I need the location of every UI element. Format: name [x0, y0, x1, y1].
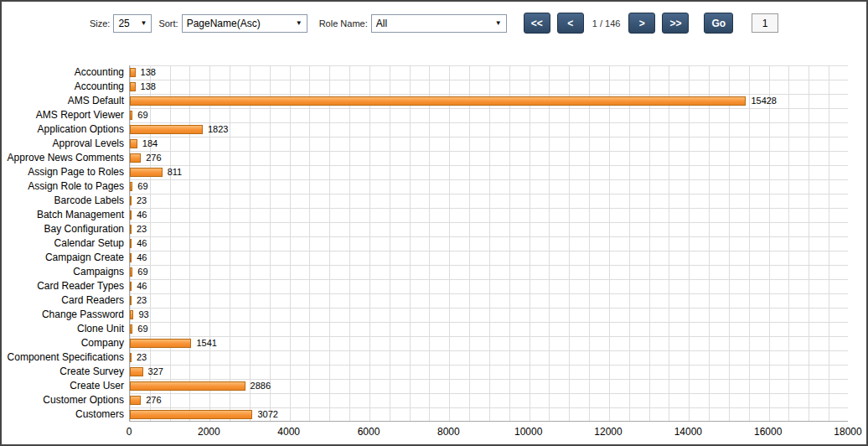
bar — [130, 353, 132, 362]
bar — [130, 68, 136, 77]
go-button[interactable]: Go — [704, 13, 733, 34]
bar-value-label: 138 — [141, 80, 156, 94]
y-axis-label: Customers — [2, 407, 124, 422]
y-axis-label: AMS Default — [2, 94, 124, 108]
bar-value-label: 46 — [137, 236, 147, 251]
toolbar: Size: 25 ▼ Sort: PageName(Asc) ▼ Role Na… — [2, 13, 866, 34]
bar — [130, 153, 141, 163]
size-select[interactable]: 25 ▼ — [113, 14, 152, 33]
bar-value-label: 69 — [137, 179, 147, 194]
x-axis-tick-label: 0 — [127, 426, 132, 438]
y-axis: AccountingAccountingAMS DefaultAMS Repor… — [2, 65, 124, 422]
bar-value-label: 69 — [137, 265, 147, 279]
y-axis-label: Card Readers — [2, 293, 124, 308]
prev-page-button[interactable]: < — [557, 13, 584, 34]
bar-value-label: 23 — [137, 194, 147, 208]
bar — [130, 296, 132, 305]
y-axis-label: Component Specifications — [2, 350, 124, 365]
x-axis-tick-label: 6000 — [358, 426, 380, 438]
y-axis-label: Calendar Setup — [2, 236, 124, 251]
y-axis-label: Create Survey — [2, 365, 124, 379]
y-axis-label: AMS Report Viewer — [2, 108, 124, 122]
y-axis-label: Change Password — [2, 308, 124, 322]
x-axis-tick-label: 10000 — [514, 426, 542, 438]
page-number-input[interactable] — [752, 13, 778, 33]
x-axis-tick-label: 14000 — [674, 426, 702, 438]
bar-value-label: 23 — [137, 222, 147, 236]
bar-value-label: 811 — [168, 165, 183, 179]
bar — [130, 111, 132, 120]
y-axis-label: Campaigns — [2, 265, 124, 279]
bar-value-label: 15428 — [751, 94, 777, 108]
bar-value-label: 46 — [137, 208, 147, 222]
bar — [130, 125, 203, 134]
bar — [130, 210, 132, 220]
y-axis-label: Bay Configuration — [2, 222, 124, 236]
bar-value-label: 93 — [138, 308, 148, 322]
bar-value-label: 3072 — [257, 407, 277, 422]
bar — [130, 168, 163, 177]
bar-value-label: 23 — [137, 350, 147, 365]
bar — [130, 339, 191, 348]
y-axis-label: Customer Options — [2, 393, 124, 407]
sort-select[interactable]: PageName(Asc) ▼ — [182, 14, 307, 33]
sort-control: Sort: PageName(Asc) ▼ — [158, 14, 312, 33]
y-axis-label: Campaign Create — [2, 251, 124, 265]
bar-chart: AccountingAccountingAMS DefaultAMS Repor… — [2, 65, 866, 444]
bar-value-label: 276 — [146, 393, 161, 407]
page-indicator: 1 / 146 — [592, 18, 621, 29]
bar-value-label: 69 — [137, 108, 147, 122]
bar — [130, 239, 132, 248]
bar — [130, 324, 132, 334]
y-axis-label: Application Options — [2, 122, 124, 137]
bar — [130, 182, 132, 191]
size-label: Size: — [90, 18, 110, 29]
y-axis-label: Approval Levels — [2, 137, 124, 151]
bar — [130, 310, 133, 319]
bar — [130, 96, 746, 106]
bar-value-label: 69 — [137, 322, 147, 336]
bar — [130, 367, 143, 376]
bar-value-label: 184 — [142, 137, 158, 151]
y-axis-label: Batch Management — [2, 208, 124, 222]
y-axis-label: Accounting — [2, 65, 124, 80]
sort-select-value: PageName(Asc) — [187, 18, 261, 29]
bar — [130, 82, 136, 91]
y-axis-label: Assign Role to Pages — [2, 179, 124, 194]
plot-area: 1381381542869182318427681169234623464669… — [129, 65, 848, 422]
bar-value-label: 1823 — [208, 122, 228, 137]
size-control: Size: 25 ▼ — [90, 14, 152, 33]
bar — [130, 381, 245, 391]
chevron-down-icon: ▼ — [296, 19, 302, 27]
bar — [130, 225, 132, 234]
y-axis-label: Clone Unit — [2, 322, 124, 336]
bar — [130, 282, 132, 291]
next-page-button[interactable]: > — [628, 13, 655, 34]
y-axis-label: Assign Page to Roles — [2, 165, 124, 179]
last-page-button[interactable]: >> — [662, 13, 689, 34]
y-axis-label: Accounting — [2, 80, 124, 94]
x-axis-tick-label: 18000 — [834, 426, 861, 438]
page: Size: 25 ▼ Sort: PageName(Asc) ▼ Role Na… — [0, 0, 868, 446]
role-name-select-value: All — [376, 18, 387, 29]
bar-value-label: 23 — [137, 293, 147, 308]
first-page-button[interactable]: << — [524, 13, 550, 34]
bar-value-label: 46 — [137, 279, 147, 293]
chevron-down-icon: ▼ — [140, 19, 147, 27]
y-axis-label: Card Reader Types — [2, 279, 124, 293]
bar-value-label: 46 — [137, 251, 147, 265]
bar — [130, 139, 137, 148]
x-axis-tick-label: 16000 — [754, 426, 782, 438]
role-name-select[interactable]: All ▼ — [371, 14, 507, 33]
sort-label: Sort: — [158, 18, 178, 29]
role-control: Role Name: All ▼ — [319, 14, 517, 33]
y-axis-label: Create User — [2, 379, 124, 393]
x-axis-tick-label: 2000 — [198, 426, 220, 438]
y-axis-label: Company — [2, 336, 124, 350]
y-axis-label: Approve News Comments — [2, 151, 124, 165]
bar-value-label: 1541 — [196, 336, 216, 350]
bar — [130, 267, 132, 277]
bar — [130, 396, 141, 405]
x-axis-tick-label: 8000 — [437, 426, 460, 438]
chevron-down-icon: ▼ — [495, 19, 502, 27]
